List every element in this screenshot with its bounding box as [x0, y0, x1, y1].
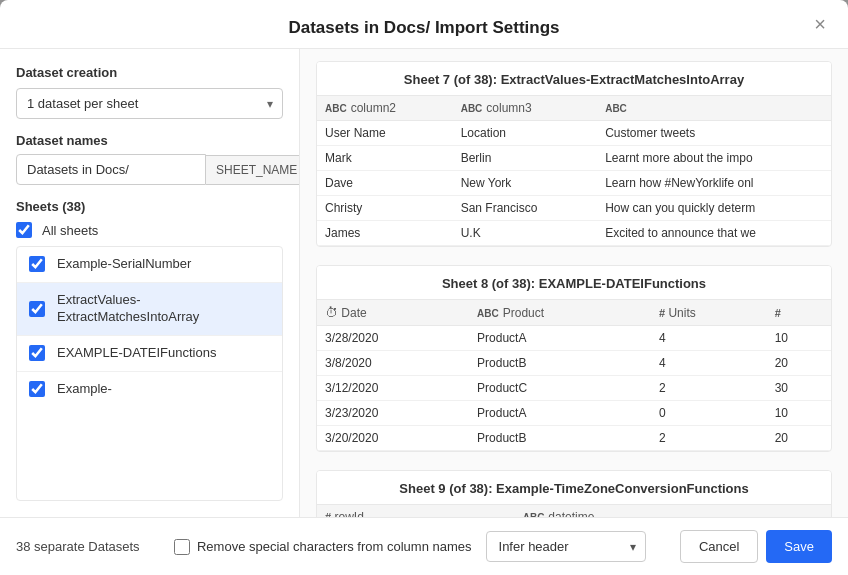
dataset-creation-label: Dataset creation [16, 65, 283, 80]
cancel-button[interactable]: Cancel [680, 530, 758, 563]
modal-header: Datasets in Docs/ Import Settings × [0, 0, 848, 49]
sheet-item-3[interactable]: EXAMPLE-DATEIFunctions [17, 336, 282, 372]
sheet-item-2[interactable]: ExtractValues-ExtractMatchesIntoArray [17, 283, 282, 336]
infer-header-select-wrapper: Infer header No header First row is head… [486, 531, 646, 562]
dataset-name-row: SHEET_NAME [16, 154, 283, 185]
footer-middle: Remove special characters from column na… [152, 531, 668, 562]
sheet-preview-7-title: Sheet 7 (of 38): ExtractValues-ExtractMa… [317, 62, 831, 96]
col-header-7-1: ABCcolumn2 [317, 96, 453, 121]
sheet-item-name-1: Example-SerialNumber [57, 256, 191, 273]
sheet-preview-8-table: ⏱ Date ABCProduct # Units # 3/28/2020 Pr… [317, 300, 831, 451]
datasets-count: 38 separate Datasets [16, 539, 140, 554]
all-sheets-row: All sheets [16, 222, 283, 238]
sheet-item-1[interactable]: Example-SerialNumber [17, 247, 282, 283]
table-row: James U.K Excited to announce that we [317, 221, 831, 246]
table-row: 3/28/2020 ProductA 4 10 [317, 326, 831, 351]
col-header-8-4: # [767, 300, 831, 326]
footer-actions: Cancel Save [680, 530, 832, 563]
col-header-7-3: ABC [597, 96, 831, 121]
table-row: Mark Berlin Learnt more about the impo [317, 146, 831, 171]
infer-header-select[interactable]: Infer header No header First row is head… [486, 531, 646, 562]
dataset-name-input[interactable] [16, 154, 206, 185]
sheet-item-name-3: EXAMPLE-DATEIFunctions [57, 345, 216, 362]
table-row: 3/23/2020 ProductA 0 10 [317, 401, 831, 426]
sheets-list: Example-SerialNumber ExtractValues-Extra… [16, 246, 283, 501]
col-header-9-2: ABCdatetime [515, 505, 831, 517]
right-panel: Sheet 7 (of 38): ExtractValues-ExtractMa… [300, 49, 848, 517]
sheet-preview-9-table-wrapper: # rowId ABCdatetime [317, 505, 831, 517]
col-header-8-2: ABCProduct [469, 300, 651, 326]
sheet-item-name-2: ExtractValues-ExtractMatchesIntoArray [57, 292, 199, 326]
sheet-item-name-4: Example- [57, 381, 112, 398]
sheet-preview-8-table-wrapper: ⏱ Date ABCProduct # Units # 3/28/2020 Pr… [317, 300, 831, 451]
col-header-8-3: # Units [651, 300, 767, 326]
remove-special-chars-checkbox[interactable] [174, 539, 190, 555]
remove-special-chars-label: Remove special characters from column na… [197, 539, 472, 554]
sheet-preview-7-table: ABCcolumn2 ABCcolumn3 ABC User Name Loca… [317, 96, 831, 246]
modal-body: Dataset creation 1 dataset per sheet 1 d… [0, 49, 848, 517]
col-header-7-2: ABCcolumn3 [453, 96, 598, 121]
modal-footer: 38 separate Datasets Remove special char… [0, 517, 848, 575]
table-row: 3/8/2020 ProductB 4 20 [317, 351, 831, 376]
col-header-9-1: # rowId [317, 505, 515, 517]
all-sheets-label: All sheets [42, 223, 98, 238]
close-button[interactable]: × [810, 10, 830, 38]
sheet-checkbox-2[interactable] [29, 301, 45, 317]
table-row: User Name Location Customer tweets [317, 121, 831, 146]
col-header-8-1: ⏱ Date [317, 300, 469, 326]
sheet-preview-9-title: Sheet 9 (of 38): Example-TimeZoneConvers… [317, 471, 831, 505]
sheet-preview-7: Sheet 7 (of 38): ExtractValues-ExtractMa… [316, 61, 832, 247]
sheets-label: Sheets (38) [16, 199, 283, 214]
left-panel: Dataset creation 1 dataset per sheet 1 d… [0, 49, 300, 517]
sheet-preview-7-table-wrapper: ABCcolumn2 ABCcolumn3 ABC User Name Loca… [317, 96, 831, 246]
table-row: Christy San Francisco How can you quickl… [317, 196, 831, 221]
table-row: 3/20/2020 ProductB 2 20 [317, 426, 831, 451]
sheet-preview-8: Sheet 8 (of 38): EXAMPLE-DATEIFunctions … [316, 265, 832, 452]
modal-title: Datasets in Docs/ Import Settings [288, 18, 559, 37]
dataset-names-label: Dataset names [16, 133, 283, 148]
all-sheets-checkbox[interactable] [16, 222, 32, 238]
remove-special-chars-row: Remove special characters from column na… [174, 539, 472, 555]
dataset-creation-select[interactable]: 1 dataset per sheet 1 dataset per file [16, 88, 283, 119]
import-settings-modal: Datasets in Docs/ Import Settings × Data… [0, 0, 848, 575]
sheet-checkbox-4[interactable] [29, 381, 45, 397]
table-row: Dave New York Learn how #NewYorklife onl [317, 171, 831, 196]
sheet-preview-9-table: # rowId ABCdatetime [317, 505, 831, 517]
sheet-checkbox-1[interactable] [29, 256, 45, 272]
sheet-item-4[interactable]: Example- [17, 372, 282, 407]
save-button[interactable]: Save [766, 530, 832, 563]
sheet-preview-9: Sheet 9 (of 38): Example-TimeZoneConvers… [316, 470, 832, 517]
sheet-preview-8-title: Sheet 8 (of 38): EXAMPLE-DATEIFunctions [317, 266, 831, 300]
dataset-creation-select-wrapper: 1 dataset per sheet 1 dataset per file ▾ [16, 88, 283, 119]
table-row: 3/12/2020 ProductC 2 30 [317, 376, 831, 401]
sheet-checkbox-3[interactable] [29, 345, 45, 361]
dataset-name-suffix: SHEET_NAME [206, 155, 300, 185]
